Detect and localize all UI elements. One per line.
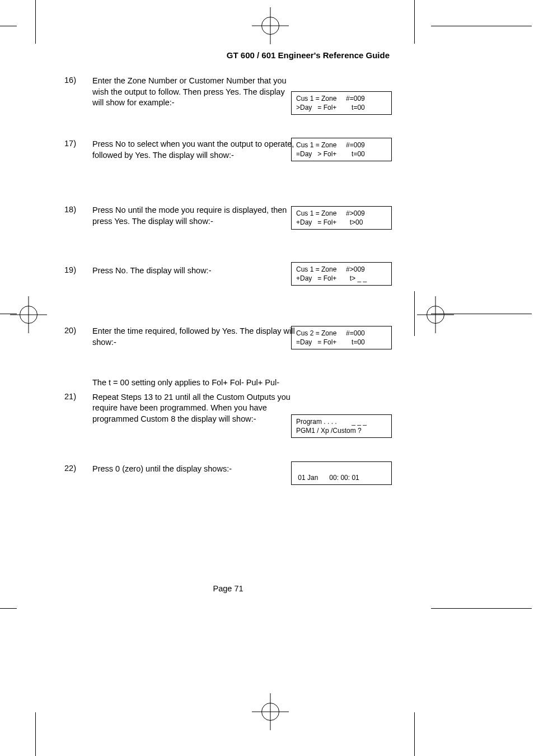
crop-mark	[414, 291, 415, 336]
lcd-display: Cus 1 = Zone #>009 +Day = Fol+ t> _ _	[291, 262, 392, 286]
step-19: 19) Press No. The display will show:- Cu…	[64, 265, 392, 316]
lcd-display: 01 Jan 00: 00: 01	[291, 461, 392, 485]
crop-mark	[0, 608, 17, 609]
lcd-display: Cus 1 = Zone #=009 >Day = Fol+ t=00	[291, 91, 392, 115]
lcd-display: Cus 1 = Zone #>009 +Day = Fol+ t>00	[291, 206, 392, 230]
step-number: 22)	[64, 464, 92, 473]
crop-mark	[431, 608, 532, 609]
step-number: 20)	[64, 326, 92, 335]
step-text: Press No to select when you want the out…	[92, 139, 302, 161]
lcd-line-1: Program . . . . _ _ _	[296, 418, 367, 426]
step-18: 18) Press No until the mode you require …	[64, 205, 392, 255]
lcd-display: Program . . . . _ _ _ PGM1 / Xp /Custom …	[291, 414, 392, 438]
lcd-line-2: =Day > Fol+ t=00	[296, 150, 365, 158]
lcd-line-1: Cus 1 = Zone #=009	[296, 141, 365, 149]
step-text: Press No. The display will show:-	[92, 265, 302, 277]
lcd-display: Cus 2 = Zone #=000 =Day = Fol+ t=00	[291, 326, 392, 349]
step-22: 22) Press 0 (zero) until the display sho…	[64, 464, 392, 497]
page-header: GT 600 / 601 Engineer's Reference Guide	[64, 50, 392, 60]
lcd-line-1: Cus 1 = Zone #=009	[296, 95, 365, 102]
lcd-line-2: >Day = Fol+ t=00	[296, 104, 365, 111]
crop-mark	[35, 712, 36, 756]
step-16: 16) Enter the Zone Number or Customer Nu…	[64, 76, 392, 129]
lcd-line-1: Cus 1 = Zone #>009	[296, 265, 365, 273]
lcd-line-1	[296, 465, 298, 473]
step-number: 19)	[64, 265, 92, 274]
step-text: Enter the Zone Number or Customer Number…	[92, 76, 302, 109]
page-number: Page 71	[64, 584, 392, 593]
crop-mark	[414, 0, 415, 44]
step-20: 20) Enter the time required, followed by…	[64, 326, 392, 365]
step-text: Press 0 (zero) until the display shows:-	[92, 464, 302, 475]
step-number: 16)	[64, 76, 92, 85]
step-number: 18)	[64, 205, 92, 214]
lcd-line-2: PGM1 / Xp /Custom ?	[296, 427, 362, 435]
step-text: Repeat Steps 13 to 21 until all the Cust…	[92, 392, 302, 425]
crop-mark	[35, 0, 36, 44]
registration-mark	[20, 306, 38, 324]
step-17: 17) Press No to select when you want the…	[64, 139, 392, 195]
registration-mark	[427, 306, 444, 324]
lcd-line-1: Cus 2 = Zone #=000	[296, 329, 365, 337]
registration-mark	[261, 17, 279, 35]
step-text: Press No until the mode you require is d…	[92, 205, 302, 227]
step-21: 21) Repeat Steps 13 to 21 until all the …	[64, 392, 392, 454]
lcd-line-2: 01 Jan 00: 00: 01	[296, 474, 359, 482]
lcd-line-1: Cus 1 = Zone #>009	[296, 209, 365, 217]
crop-mark	[431, 26, 532, 26]
page-body: GT 600 / 601 Engineer's Reference Guide …	[64, 50, 392, 593]
step-number: 21)	[64, 392, 92, 401]
step-number: 17)	[64, 139, 92, 148]
lcd-line-2: +Day = Fol+ t> _ _	[296, 274, 367, 282]
note-text: The t = 00 setting only applies to Fol+ …	[92, 377, 291, 389]
step-text: Enter the time required, followed by Yes…	[92, 326, 302, 348]
crop-mark	[414, 712, 415, 756]
lcd-line-2: +Day = Fol+ t>00	[296, 218, 363, 226]
crop-mark	[0, 26, 17, 26]
lcd-display: Cus 1 = Zone #=009 =Day > Fol+ t=00	[291, 138, 392, 161]
registration-mark	[261, 703, 279, 721]
lcd-line-2: =Day = Fol+ t=00	[296, 338, 365, 346]
